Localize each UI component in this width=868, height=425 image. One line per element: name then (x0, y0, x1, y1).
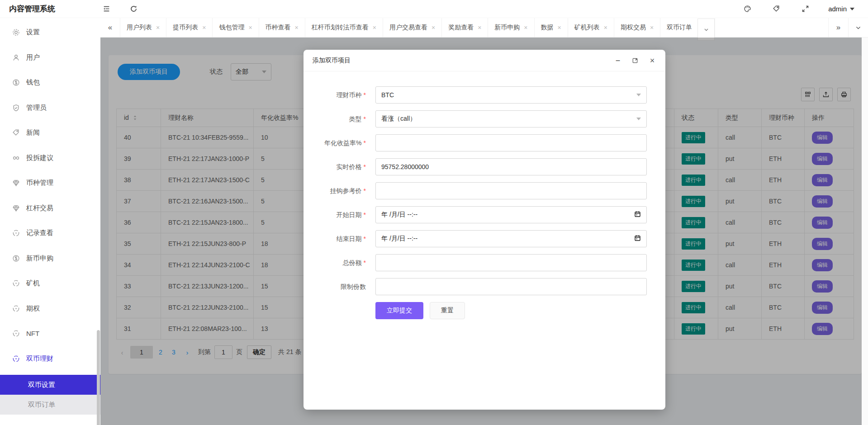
field-label-text: 挂钩参考价 (330, 187, 362, 194)
close-icon[interactable]: × (648, 57, 656, 65)
sidebar-item[interactable]: 钱包 (0, 70, 100, 95)
sidebar-subitem-label: 双币订单 (28, 401, 55, 409)
form-field-row: 开始日期*年 /月/日 --:-- (304, 206, 665, 223)
field-label: 结束日期* (304, 230, 371, 247)
sidebar-item[interactable]: 新闻 (0, 120, 100, 146)
select-value: 看涨（call） (381, 115, 416, 123)
form-field-row: 结束日期*年 /月/日 --:-- (304, 230, 665, 247)
sidebar-item[interactable]: NFT (0, 321, 100, 346)
field-label-text: 理财币种 (337, 91, 362, 99)
tabs-menu-button[interactable] (848, 18, 868, 37)
sidebar-item-label: 记录查看 (26, 229, 53, 237)
tab-close-icon[interactable]: × (373, 24, 376, 31)
field-input[interactable] (375, 158, 647, 175)
field-label-text: 结束日期 (337, 235, 362, 242)
content-scrollbar-track[interactable] (862, 38, 868, 425)
field-input[interactable] (375, 134, 647, 151)
sidebar-item[interactable]: 双币理财 (0, 346, 100, 372)
sidebar-item[interactable]: 管理员 (0, 95, 100, 121)
tab-close-icon[interactable]: × (604, 24, 607, 31)
tab-close-icon[interactable]: × (295, 24, 299, 31)
tab-label: 数据 (541, 24, 554, 32)
tag-icon[interactable] (770, 3, 782, 15)
field-datetime[interactable]: 年 /月/日 --:-- (375, 206, 647, 223)
tab-item[interactable]: 新币申购× (488, 18, 534, 37)
sidebar-item[interactable]: 投拆建议 (0, 146, 100, 171)
modal-form: 理财币种*BTC类型*看涨（call）年化收益率%*实时价格*挂钩参考价*开始日… (304, 71, 665, 319)
reset-button[interactable]: 重置 (430, 302, 465, 319)
tab-item[interactable]: 奖励查看× (442, 18, 488, 37)
tab-item[interactable]: 钱包管理× (213, 18, 259, 37)
field-label-text: 总份额 (343, 259, 362, 266)
sidebar-item[interactable]: 用户 (0, 45, 100, 71)
tab-item[interactable]: 用户交易查看× (383, 18, 442, 37)
field-select[interactable]: BTC (375, 86, 647, 104)
form-field-row: 理财币种*BTC (304, 86, 665, 104)
field-label-text: 开始日期 (337, 211, 362, 218)
tab-item[interactable]: 提币列表× (166, 18, 213, 37)
sidebar-item[interactable]: 记录查看 (0, 221, 100, 246)
refresh-icon[interactable] (128, 3, 139, 15)
tabs-scroll-left-button[interactable]: « (100, 18, 120, 37)
tab-close-icon[interactable]: × (478, 24, 481, 31)
calendar-icon[interactable] (634, 235, 641, 243)
field-label: 开始日期* (304, 206, 371, 223)
required-asterisk: * (364, 259, 366, 266)
tab-bar: « 用户列表×提币列表×钱包管理×币种查看×杠杆币划转法币查看×用户交易查看×奖… (100, 18, 868, 38)
field-label-text: 年化收益率% (324, 139, 361, 146)
tab-close-icon[interactable]: × (650, 24, 654, 31)
theme-palette-icon[interactable] (741, 3, 753, 15)
sidebar-item-label: 用户 (26, 53, 40, 62)
field-datetime[interactable]: 年 /月/日 --:-- (375, 230, 647, 247)
sidebar-item-label: 杠杆交易 (26, 204, 53, 212)
field-input[interactable] (375, 182, 647, 199)
tab-item[interactable]: 期权交易× (614, 18, 660, 37)
tab-close-icon[interactable]: × (558, 24, 561, 31)
circle-icon (12, 330, 20, 337)
field-label: 年化收益率%* (304, 134, 371, 151)
field-label-text: 类型 (349, 115, 362, 123)
tab-item[interactable]: 用户列表× (120, 18, 166, 37)
calendar-icon[interactable] (634, 211, 641, 219)
sidebar-item[interactable]: 期权 (0, 296, 100, 321)
submit-button[interactable]: 立即提交 (375, 302, 423, 319)
field-label: 理财币种* (304, 86, 371, 104)
tab-item[interactable]: 杠杆币划转法币查看× (305, 18, 383, 37)
sidebar-item[interactable]: 矿机 (0, 271, 100, 296)
sidebar-item[interactable]: 新币申购 (0, 246, 100, 271)
maximize-icon[interactable] (631, 57, 639, 65)
fullscreen-icon[interactable] (799, 3, 811, 15)
menu-collapse-icon[interactable] (100, 3, 112, 15)
tabs-scroll-right-button[interactable]: » (828, 18, 848, 37)
field-label: 挂钩参考价* (304, 182, 371, 199)
tab-close-icon[interactable]: × (202, 24, 206, 31)
tab-close-icon[interactable]: × (156, 24, 160, 31)
field-input[interactable] (375, 278, 647, 295)
sidebar-scrollbar[interactable] (97, 330, 100, 425)
minimize-icon[interactable]: − (614, 57, 622, 65)
sidebar-menu: 设置用户钱包管理员新闻投拆建议币种管理杠杆交易记录查看新币申购矿机期权NFT双币… (0, 18, 100, 415)
tab-item[interactable]: 矿机列表× (568, 18, 614, 37)
shield-icon (12, 104, 20, 112)
field-label: 总份额* (304, 254, 371, 271)
chevron-down-icon (850, 8, 854, 10)
tab-item[interactable]: 数据× (535, 18, 568, 37)
chevron-down-icon (636, 94, 641, 96)
user-menu[interactable]: admin (828, 5, 854, 13)
sidebar-item[interactable]: 杠杆交易 (0, 196, 100, 221)
sidebar-item[interactable]: 币种管理 (0, 170, 100, 196)
tab-item[interactable]: 双币订单 (660, 18, 715, 37)
datetime-value: 年 /月/日 --:-- (381, 235, 417, 243)
sidebar-item[interactable]: 设置 (0, 20, 100, 45)
tab-close-icon[interactable]: × (524, 24, 527, 31)
tab-item[interactable]: 币种查看× (259, 18, 305, 37)
required-asterisk: * (364, 187, 366, 194)
form-buttons: 立即提交重置 (375, 302, 665, 319)
tab-close-icon[interactable]: × (432, 24, 435, 31)
tab-close-icon[interactable]: × (248, 24, 252, 31)
field-input[interactable] (375, 254, 647, 271)
field-select[interactable]: 看涨（call） (375, 110, 647, 128)
sidebar-subitem[interactable]: 双币设置 (0, 375, 100, 395)
sidebar-subitem[interactable]: 双币订单 (0, 395, 100, 415)
modal-title: 添加双币项目 (313, 57, 351, 65)
